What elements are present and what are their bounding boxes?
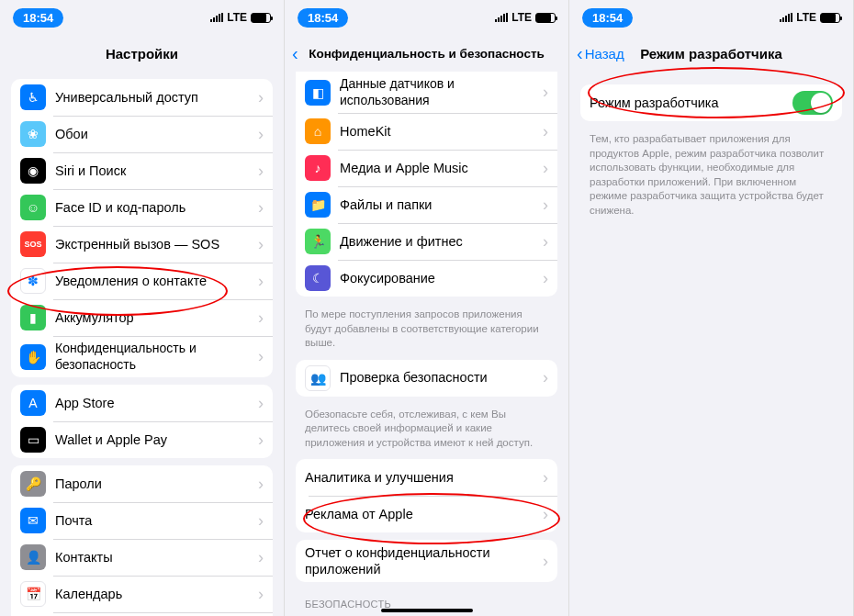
- row-sensors[interactable]: ◧ Данные датчиков и использования ›: [296, 72, 557, 113]
- chevron-right-icon: ›: [258, 585, 264, 604]
- siri-icon: ◉: [20, 158, 46, 184]
- chevron-right-icon: ›: [258, 198, 264, 218]
- sos-icon: SOS: [20, 231, 46, 257]
- network-label: LTE: [227, 11, 247, 24]
- row-label: HomeKit: [340, 123, 543, 140]
- row-label: App Store: [55, 395, 258, 411]
- mail-icon: ✉: [20, 508, 46, 533]
- privacy-icon: ✋: [20, 344, 46, 370]
- back-button[interactable]: ‹: [292, 44, 298, 62]
- safety-check-icon: 👥: [305, 365, 331, 391]
- chevron-left-icon: ‹: [577, 44, 583, 62]
- row-label: Почта: [55, 512, 258, 529]
- chevron-right-icon: ›: [258, 88, 264, 107]
- page-title: Режим разработчика: [640, 46, 782, 62]
- row-media[interactable]: ♪ Медиа и Apple Music ›: [296, 150, 557, 186]
- row-label: Медиа и Apple Music: [340, 160, 543, 176]
- row-exposure[interactable]: ✽ Уведомления о контакте ›: [11, 263, 273, 299]
- row-label: Siri и Поиск: [55, 162, 258, 179]
- row-privacy[interactable]: ✋ Конфиденциальность и безопасность ›: [11, 336, 273, 377]
- appstore-icon: A: [20, 390, 46, 416]
- row-wallet[interactable]: ▭ Wallet и Apple Pay ›: [11, 421, 273, 458]
- row-homekit[interactable]: ⌂ HomeKit ›: [296, 113, 557, 150]
- row-faceid[interactable]: ☺ Face ID и код-пароль ›: [11, 189, 273, 226]
- row-item[interactable]: Реклама от Apple ›: [296, 496, 557, 532]
- row-label: Контакты: [55, 549, 258, 566]
- row-mail[interactable]: ✉ Почта ›: [11, 502, 273, 539]
- chevron-right-icon: ›: [258, 125, 264, 144]
- chevron-right-icon: ›: [258, 308, 264, 328]
- row-item[interactable]: Аналитика и улучшения ›: [296, 459, 557, 496]
- privacy-screen: 18:54 LTE ‹ Конфиденциальность и безопас…: [285, 0, 569, 616]
- row-label: Фокусирование: [340, 270, 543, 286]
- chevron-right-icon: ›: [258, 511, 264, 531]
- battery-icon: [820, 13, 840, 23]
- status-time: 18:54: [298, 8, 348, 28]
- battery-icon: ▮: [20, 305, 46, 330]
- homekit-icon: ⌂: [305, 118, 331, 144]
- nav-bar: Настройки: [0, 35, 284, 72]
- row-label: Уведомления о контакте: [55, 273, 258, 289]
- row-wallpaper[interactable]: ❀ Обои ›: [11, 116, 273, 152]
- home-indicator[interactable]: [381, 609, 473, 612]
- row-appstore[interactable]: A App Store ›: [11, 385, 273, 421]
- page-title: Конфиденциальность и безопасность: [309, 47, 545, 61]
- chevron-right-icon: ›: [543, 196, 548, 215]
- files-icon: 📁: [305, 192, 331, 218]
- chevron-right-icon: ›: [543, 505, 548, 524]
- chevron-right-icon: ›: [258, 394, 264, 413]
- privacy-group-1: ◧ Данные датчиков и использования › ⌂ Ho…: [296, 72, 557, 297]
- app-privacy-report-group: Отчет о конфиденциальности приложений ›: [296, 540, 557, 582]
- row-label: Универсальный доступ: [55, 89, 258, 106]
- chevron-right-icon: ›: [258, 272, 264, 291]
- signal-icon: [780, 13, 792, 22]
- row-item[interactable]: Отчет о конфиденциальности приложений ›: [296, 540, 557, 582]
- group-footer: Тем, кто разрабатывает приложения для пр…: [569, 129, 853, 219]
- row-passwords[interactable]: 🔑 Пароли ›: [11, 465, 273, 502]
- chevron-right-icon: ›: [258, 235, 264, 254]
- settings-group-3: 🔑 Пароли › ✉ Почта › 👤 Контакты › 📅 Кале…: [11, 465, 273, 616]
- row-focus[interactable]: ☾ Фокусирование ›: [296, 260, 557, 297]
- developer-mode-toggle[interactable]: [792, 91, 833, 115]
- settings-group-1: ♿︎ Универсальный доступ › ❀ Обои › ◉ Sir…: [11, 79, 273, 377]
- row-battery[interactable]: ▮ Аккумулятор ›: [11, 299, 273, 336]
- row-notes[interactable]: 📝 Заметки ›: [11, 612, 273, 616]
- media-icon: ♪: [305, 155, 331, 181]
- status-indicators: LTE: [780, 11, 840, 24]
- accessibility-icon: ♿︎: [20, 84, 46, 110]
- status-time: 18:54: [13, 8, 63, 28]
- nav-bar: ‹ Конфиденциальность и безопасность: [285, 35, 568, 72]
- chevron-right-icon: ›: [543, 232, 548, 252]
- row-calendar[interactable]: 📅 Календарь ›: [11, 576, 273, 612]
- status-bar: 18:54 LTE: [569, 0, 853, 35]
- settings-group-2: A App Store › ▭ Wallet и Apple Pay ›: [11, 385, 273, 458]
- row-files[interactable]: 📁 Файлы и папки ›: [296, 186, 557, 223]
- chevron-right-icon: ›: [543, 468, 548, 487]
- network-label: LTE: [796, 11, 816, 24]
- row-label: Отчет о конфиденциальности приложений: [305, 544, 543, 577]
- calendar-icon: 📅: [20, 581, 46, 607]
- back-label: Назад: [585, 46, 624, 62]
- exposure-icon: ✽: [20, 268, 46, 294]
- fitness-icon: 🏃: [305, 229, 331, 254]
- passwords-icon: 🔑: [20, 471, 46, 497]
- back-button[interactable]: ‹ Назад: [577, 44, 624, 62]
- row-label: Проверка безопасности: [340, 369, 543, 386]
- row-developer-mode[interactable]: Режим разработчика: [580, 84, 842, 121]
- status-time: 18:54: [582, 8, 633, 28]
- row-fitness[interactable]: 🏃 Движение и фитнес ›: [296, 223, 557, 260]
- settings-screen: 18:54 LTE Настройки ♿︎ Универсальный дос…: [0, 0, 285, 616]
- row-label: Конфиденциальность и безопасность: [55, 341, 258, 373]
- chevron-right-icon: ›: [258, 347, 264, 366]
- wallpaper-icon: ❀: [20, 121, 46, 147]
- chevron-right-icon: ›: [543, 552, 548, 571]
- row-label: Face ID и код-пароль: [55, 199, 258, 216]
- row-label: Аккумулятор: [55, 309, 258, 326]
- status-indicators: LTE: [495, 11, 556, 24]
- row-siri[interactable]: ◉ Siri и Поиск ›: [11, 152, 273, 189]
- row-sos[interactable]: SOS Экстренный вызов — SOS ›: [11, 226, 273, 263]
- row-safety-check[interactable]: 👥 Проверка безопасности ›: [296, 360, 557, 397]
- contacts-icon: 👤: [20, 544, 46, 570]
- row-accessibility[interactable]: ♿︎ Универсальный доступ ›: [11, 79, 273, 116]
- row-contacts[interactable]: 👤 Контакты ›: [11, 539, 273, 576]
